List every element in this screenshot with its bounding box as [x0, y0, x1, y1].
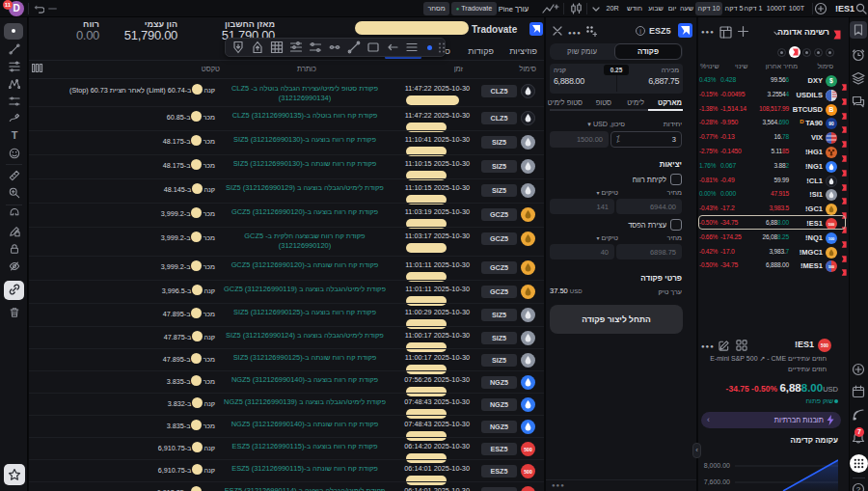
svg-text:500: 500	[828, 265, 834, 269]
svg-text:$: $	[829, 77, 833, 85]
svg-text:90: 90	[828, 122, 834, 126]
svg-text:500: 500	[524, 469, 532, 475]
svg-text:500: 500	[524, 447, 532, 452]
svg-text:B: B	[829, 106, 834, 113]
svg-text:500: 500	[821, 343, 828, 348]
svg-text:?: ?	[856, 485, 861, 491]
svg-text:100: 100	[828, 236, 835, 241]
